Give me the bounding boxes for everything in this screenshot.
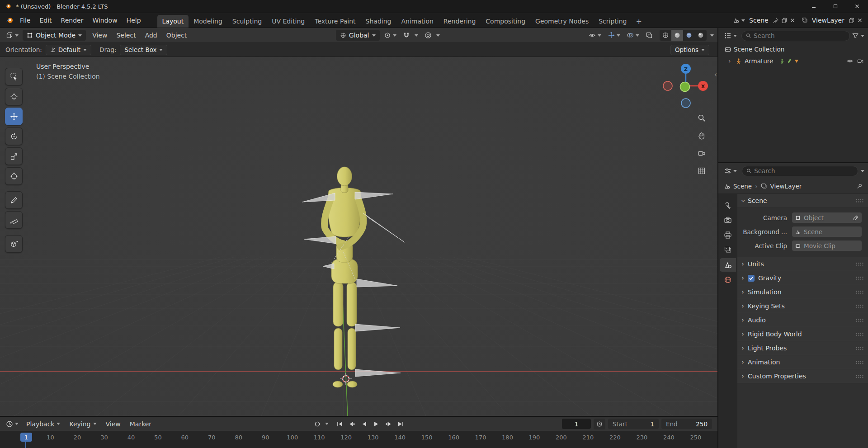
menu-window[interactable]: Window [88, 13, 122, 28]
toggle-ortho-button[interactable] [696, 165, 708, 177]
tab-render-properties[interactable] [720, 213, 736, 227]
workspace-tab-uv-editing[interactable]: UV Editing [267, 15, 310, 28]
blender-menu-logo-icon[interactable] [5, 16, 14, 24]
proportional-dropdown[interactable] [434, 30, 442, 41]
remove-viewlayer-icon[interactable] [857, 18, 863, 23]
play-reverse-button[interactable] [359, 419, 370, 429]
editor-type-selector[interactable] [4, 30, 21, 41]
jump-to-start-button[interactable] [334, 419, 345, 429]
tool-measure[interactable] [5, 211, 23, 229]
section-audio[interactable]: ›Audio [737, 313, 868, 327]
tab-tool-properties[interactable] [720, 198, 736, 212]
camera-view-button[interactable] [696, 147, 708, 159]
armature-data-icon[interactable] [779, 58, 785, 64]
play-button[interactable] [371, 419, 382, 429]
navigation-gizmo[interactable]: Z X [662, 62, 709, 109]
next-keyframe-button[interactable] [383, 419, 394, 429]
timeline-menu-playback[interactable]: Playback [22, 416, 65, 431]
new-scene-icon[interactable] [781, 17, 788, 24]
viewlayer-selector[interactable]: ViewLayer [802, 17, 863, 24]
viewlayer-name[interactable]: ViewLayer [812, 17, 844, 24]
minimize-button[interactable] [803, 0, 825, 13]
frame-start-field[interactable]: Start 1 [608, 419, 659, 429]
viewport-canvas[interactable] [0, 57, 717, 416]
movie-clip-field[interactable]: Movie Clip [792, 241, 862, 251]
pin-icon[interactable] [856, 183, 863, 189]
orientation-default-dropdown[interactable]: Default [46, 45, 91, 55]
section-light-probes[interactable]: ›Light Probes [737, 341, 868, 355]
tool-transform[interactable] [5, 167, 23, 185]
shading-rendered-button[interactable] [695, 30, 707, 41]
viewport-menu-select[interactable]: Select [112, 28, 140, 42]
new-viewlayer-icon[interactable] [849, 17, 855, 24]
properties-editor-type-selector[interactable] [722, 165, 739, 176]
pan-hand-button[interactable] [696, 130, 708, 141]
maximize-button[interactable] [825, 0, 846, 13]
properties-options-caret-icon[interactable] [861, 170, 864, 172]
tab-output-properties[interactable] [720, 228, 736, 242]
tab-viewlayer-properties[interactable] [720, 243, 736, 257]
overlays-dropdown[interactable] [624, 30, 642, 41]
proportional-editing-toggle[interactable] [422, 30, 434, 41]
timeline-menu-marker[interactable]: Marker [125, 416, 156, 431]
viewport-menu-object[interactable]: Object [162, 28, 192, 42]
snap-toggle[interactable] [401, 30, 412, 41]
pin-icon[interactable] [773, 17, 779, 24]
scene-panel-header[interactable]: › Scene [737, 194, 868, 208]
timeline-menu-keying[interactable]: Keying [65, 416, 101, 431]
shading-solid-button[interactable] [671, 30, 683, 41]
breadcrumb-viewlayer[interactable]: ViewLayer [770, 183, 802, 190]
outliner-row-scene-collection[interactable]: Scene Collection [718, 43, 868, 55]
current-frame-field[interactable]: 1 [562, 419, 591, 429]
tab-world-properties[interactable] [720, 273, 736, 287]
section-animation[interactable]: ›Animation [737, 355, 868, 369]
background-scene-field[interactable]: Scene [792, 226, 862, 237]
workspace-tab-layout[interactable]: Layout [157, 15, 189, 28]
timeline-editor-type-selector[interactable] [4, 419, 21, 429]
section-keying-sets[interactable]: ›Keying Sets [737, 299, 868, 313]
playhead-marker[interactable]: 1 [20, 433, 32, 442]
breadcrumb-scene[interactable]: Scene [733, 183, 752, 190]
menu-file[interactable]: File [15, 13, 35, 28]
menu-render[interactable]: Render [57, 13, 88, 28]
menu-edit[interactable]: Edit [35, 13, 56, 28]
scene-selector[interactable]: Scene [733, 17, 795, 24]
add-workspace-button[interactable]: + [632, 15, 646, 28]
options-dropdown[interactable]: Options [670, 45, 709, 55]
section-rigid-body-world[interactable]: ›Rigid Body World [737, 327, 868, 341]
transform-orientation-dropdown[interactable]: Global [336, 30, 380, 41]
armature-label[interactable]: Armature [745, 57, 773, 65]
workspace-tab-animation[interactable]: Animation [396, 15, 438, 28]
tool-annotate[interactable] [5, 191, 23, 209]
outliner-editor-type-selector[interactable] [722, 30, 739, 41]
viewport-3d[interactable]: User Perspective (1) Scene Collection [0, 57, 717, 416]
axis-neg-z-ball[interactable] [681, 99, 690, 108]
outliner-search-input[interactable] [754, 32, 845, 39]
window-titlebar[interactable]: * (Unsaved) - Blender 4.5.2 LTS [0, 0, 868, 13]
workspace-tab-sculpting[interactable]: Sculpting [227, 15, 267, 28]
axis-y-ball[interactable] [680, 82, 690, 92]
tool-move[interactable] [5, 108, 23, 125]
gravity-checkbox[interactable] [748, 275, 755, 282]
xray-toggle[interactable] [643, 30, 655, 41]
scene-collection-label[interactable]: Scene Collection [734, 46, 784, 53]
workspace-tab-rendering[interactable]: Rendering [439, 15, 481, 28]
outliner-search[interactable] [741, 31, 850, 41]
section-custom-properties[interactable]: ›Custom Properties [737, 369, 868, 383]
tool-rotate[interactable] [5, 127, 23, 145]
object-visibility-dropdown[interactable] [586, 30, 604, 41]
shading-wireframe-button[interactable] [660, 30, 671, 41]
mode-select[interactable]: Object Mode [23, 30, 86, 41]
section-simulation[interactable]: ›Simulation [737, 285, 868, 299]
tool-select-box[interactable] [5, 68, 23, 85]
zoom-button[interactable] [696, 112, 708, 124]
unlink-scene-icon[interactable] [790, 18, 795, 23]
expand-arrow-icon[interactable]: › [728, 57, 733, 65]
drag-mode-dropdown[interactable]: Select Box [120, 45, 167, 55]
pivot-point-dropdown[interactable] [382, 30, 399, 41]
tool-scale[interactable] [5, 147, 23, 165]
tab-scene-properties[interactable] [720, 258, 736, 272]
section-units[interactable]: ›Units [737, 257, 868, 271]
shading-material-button[interactable] [683, 30, 695, 41]
tool-add-cube[interactable] [5, 235, 23, 253]
